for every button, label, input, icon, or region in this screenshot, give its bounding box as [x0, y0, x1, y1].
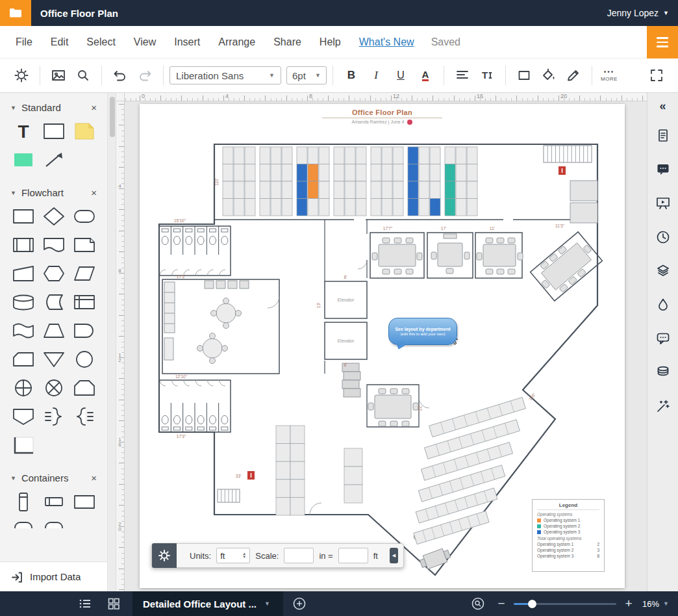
shape-flag[interactable] [10, 319, 37, 342]
shape-or-junction[interactable] [10, 376, 37, 400]
document-outline-button[interactable] [655, 128, 671, 146]
insert-image-button[interactable] [48, 64, 69, 87]
shape-internal-storage[interactable] [71, 290, 98, 314]
styles-button[interactable] [655, 297, 671, 315]
shape-horizontal-container[interactable] [40, 490, 68, 513]
menu-item-edit[interactable]: Edit [51, 36, 69, 48]
present-button[interactable] [655, 196, 671, 214]
shape-parallelogram[interactable] [71, 262, 98, 285]
text-options-button[interactable]: T [477, 64, 497, 87]
shape-style-button[interactable] [514, 64, 534, 87]
rounded-container-shape-icon[interactable] [43, 520, 65, 528]
fill-color-button[interactable] [538, 64, 559, 87]
menu-item-file[interactable]: File [16, 36, 32, 48]
shape-color-block[interactable] [10, 148, 37, 172]
section-standard[interactable]: ▼ Standard × [0, 93, 107, 118]
department-callout[interactable]: See layout by department (edit this to a… [388, 318, 457, 345]
shape-loop-limit[interactable] [71, 376, 98, 400]
shape-manual-input[interactable] [10, 262, 37, 285]
font-family-select[interactable]: Liberation Sans ▼ [170, 66, 281, 84]
magic-wand-button[interactable] [655, 398, 671, 417]
shape-trapezoid[interactable] [40, 319, 68, 342]
zoom-slider-knob[interactable] [528, 600, 536, 608]
shape-cylinder[interactable] [10, 290, 37, 314]
settings-button[interactable] [11, 64, 32, 87]
whats-new-link[interactable]: What's New [359, 36, 414, 48]
section-flowchart[interactable]: ▼ Flowchart × [0, 178, 107, 203]
canvas-page[interactable]: 110'15'10"17'5"12'10"17'3"17'7"17'11'11'… [140, 104, 625, 588]
line-style-button[interactable] [563, 64, 584, 87]
sheet-list-button[interactable] [78, 597, 92, 611]
shape-sticky-note[interactable] [71, 120, 98, 143]
menu-item-arrange[interactable]: Arrange [218, 36, 255, 48]
sheet-tab[interactable]: Detailed Office Layout ... ▼ [132, 591, 283, 616]
units-select[interactable]: ft ▲▼ [216, 548, 250, 563]
add-sheet-button[interactable] [292, 597, 307, 611]
revision-history-button[interactable] [655, 229, 671, 248]
font-size-select[interactable]: 6pt ▼ [286, 66, 327, 84]
user-menu[interactable]: Jenny Lopez ▼ [607, 8, 669, 18]
undo-button[interactable] [110, 64, 131, 87]
shape-vertical-container[interactable] [10, 490, 37, 513]
menu-item-help[interactable]: Help [320, 36, 341, 48]
zoom-in-button[interactable]: + [622, 597, 636, 611]
fullscreen-button[interactable] [646, 64, 667, 87]
close-icon[interactable]: × [91, 102, 97, 113]
shape-circle[interactable] [71, 348, 98, 371]
shape-subroutine[interactable] [10, 233, 37, 257]
menu-item-share[interactable]: Share [273, 36, 301, 48]
menu-item-select[interactable]: Select [86, 36, 115, 48]
close-icon[interactable]: × [91, 187, 97, 198]
shape-rectangle[interactable] [40, 120, 68, 143]
menu-item-view[interactable]: View [134, 36, 156, 48]
shape-document[interactable] [40, 233, 68, 257]
underline-button[interactable]: U [390, 64, 411, 87]
rounded-container-shape-icon[interactable] [12, 520, 34, 528]
scrollbar-thumb[interactable] [110, 97, 115, 137]
scale-in-input[interactable] [284, 548, 314, 563]
shape-off-page-connector[interactable] [10, 405, 37, 428]
scale-ft-input[interactable] [338, 548, 368, 563]
menu-item-insert[interactable]: Insert [174, 36, 200, 48]
layers-button[interactable] [655, 263, 671, 281]
chat-button[interactable] [655, 331, 671, 349]
home-button[interactable] [0, 0, 31, 26]
shape-process[interactable] [10, 205, 37, 228]
shape-brace-left[interactable] [71, 405, 98, 428]
shape-terminator[interactable] [71, 205, 98, 228]
text-color-button[interactable]: A [415, 64, 436, 87]
close-icon[interactable]: × [91, 472, 97, 483]
zoom-fit-button[interactable] [471, 597, 485, 611]
units-panel-collapse-button[interactable]: ◀ [390, 548, 398, 563]
panel-collapse-button[interactable]: « [659, 99, 666, 112]
section-containers[interactable]: ▼ Containers × [0, 463, 107, 489]
italic-button[interactable]: I [366, 64, 386, 87]
shape-brace-right[interactable] [40, 405, 68, 428]
shape-arrow[interactable] [40, 148, 68, 172]
zoom-out-button[interactable]: − [494, 597, 509, 611]
shape-hexagon[interactable] [40, 262, 68, 285]
zoom-level-select[interactable]: 16% ▼ [642, 599, 669, 609]
sheet-grid-button[interactable] [107, 597, 121, 611]
more-tools-button[interactable]: ••• MORE [601, 70, 618, 82]
import-data-button[interactable]: Import Data [0, 561, 107, 591]
shape-rectangle-container[interactable] [71, 490, 98, 513]
shape-merge[interactable] [40, 348, 68, 371]
data-linking-button[interactable] [655, 365, 671, 383]
shape-decision[interactable] [40, 205, 68, 228]
shape-summing-junction[interactable] [40, 376, 68, 400]
comments-button[interactable] [655, 162, 671, 180]
redo-button[interactable] [134, 64, 155, 87]
shape-text[interactable]: T [10, 120, 37, 143]
legend-box[interactable]: Legend Operating systems Operating syste… [532, 499, 605, 572]
bold-button[interactable]: B [341, 64, 362, 87]
shape-delay[interactable] [71, 319, 98, 342]
shape-card[interactable] [10, 348, 37, 371]
shape-corner-bracket[interactable] [10, 433, 37, 457]
align-button[interactable] [452, 64, 473, 87]
shapes-panel-scrollbar[interactable] [107, 93, 116, 591]
search-button[interactable] [73, 64, 94, 87]
zoom-slider[interactable] [514, 599, 616, 608]
shape-stored-data[interactable] [40, 290, 68, 314]
units-settings-button[interactable] [152, 543, 177, 568]
